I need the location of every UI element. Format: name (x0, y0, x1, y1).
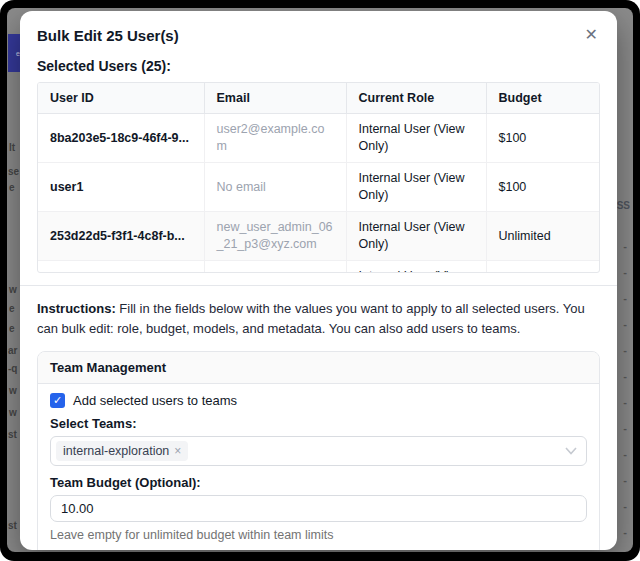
background-text-fragment: w (9, 284, 17, 295)
cell-user-id: 8ba203e5-18c9-46f4-9... (38, 114, 204, 163)
selected-team-tag-label: internal-exploration (63, 444, 169, 458)
instructions-label: Instructions: (37, 301, 116, 316)
selected-team-tag: internal-exploration × (56, 441, 188, 461)
cell-email: user2@example.com (204, 114, 346, 163)
team-management-section: Team Management ✓ Add selected users to … (37, 351, 600, 550)
background-text-fragment: e (9, 182, 15, 193)
screenshot-frame: e lt se e w e e ar -q w w st st SS - - -… (0, 0, 640, 561)
cell-budget: Unlimited (486, 261, 599, 274)
teams-multiselect[interactable]: internal-exploration × (50, 436, 587, 466)
background-dash: - (623, 318, 627, 330)
select-teams-label: Select Teams: (50, 416, 587, 431)
team-budget-input[interactable] (50, 495, 587, 522)
column-header-budget: Budget (486, 83, 599, 114)
background-dash: - (623, 448, 627, 460)
background-dash: - (623, 240, 627, 252)
cell-email: No email (204, 163, 346, 212)
table-row: user1 No email Internal User (View Only)… (38, 163, 599, 212)
section-divider (20, 285, 617, 286)
background-text-fragment: e (9, 323, 15, 334)
table-header-row: User ID Email Current Role Budget (38, 83, 599, 114)
selected-users-heading: Selected Users (25): (37, 58, 600, 74)
modal-title: Bulk Edit 25 User(s) (37, 27, 179, 45)
team-management-heading: Team Management (38, 352, 599, 384)
selected-users-table[interactable]: User ID Email Current Role Budget 8ba203… (37, 82, 600, 273)
background-text-fragment: ar (8, 345, 17, 356)
cell-role: Internal User (View Only) (346, 163, 486, 212)
table-row: 5dbd2335-cdd6-47ca-b... inter Internal U… (38, 261, 599, 274)
column-header-current-role: Current Role (346, 83, 486, 114)
budget-help-text: Leave empty for unlimited budget within … (50, 528, 587, 542)
checkmark-icon: ✓ (53, 395, 62, 406)
background-dash: - (623, 344, 627, 356)
team-budget-label: Team Budget (Optional): (50, 475, 587, 490)
instructions-text: Instructions: Fill in the fields below w… (37, 299, 600, 339)
close-icon[interactable]: ✕ (583, 27, 600, 43)
cell-budget: $100 (486, 114, 599, 163)
background-dash: - (623, 474, 627, 486)
cell-role: Internal User (View Only) (346, 261, 486, 274)
bulk-edit-modal: Bulk Edit 25 User(s) ✕ Selected Users (2… (20, 11, 617, 550)
background-text-fragment: -q (8, 363, 17, 374)
background-dash: - (623, 396, 627, 408)
chevron-down-icon[interactable] (565, 447, 577, 455)
column-header-email: Email (204, 83, 346, 114)
remove-tag-icon[interactable]: × (174, 445, 181, 457)
cell-email: inter (204, 261, 346, 274)
table-row: 253d22d5-f3f1-4c8f-b... new_user_admin_0… (38, 212, 599, 261)
cell-user-id: 253d22d5-f3f1-4c8f-b... (38, 212, 204, 261)
background-dash: - (623, 422, 627, 434)
background-text-fragment: st (8, 520, 17, 531)
background-text-fragment: st (8, 429, 17, 440)
column-header-user-id: User ID (38, 83, 204, 114)
cell-role: Internal User (View Only) (346, 212, 486, 261)
background-column-header-fragment: SS (617, 200, 630, 211)
cell-budget: $100 (486, 163, 599, 212)
background-dash: - (623, 526, 627, 538)
add-users-to-teams-checkbox[interactable]: ✓ (50, 393, 65, 408)
background-text-fragment: lt (9, 142, 15, 153)
background-text-fragment: e (9, 303, 15, 314)
background-text-fragment: w (9, 385, 17, 396)
background-dash: - (623, 292, 627, 304)
cell-budget: Unlimited (486, 212, 599, 261)
cell-role: Internal User (View Only) (346, 114, 486, 163)
background-dash: - (623, 266, 627, 278)
background-dash: - (623, 370, 627, 382)
background-dash: - (623, 500, 627, 512)
add-users-to-teams-label[interactable]: Add selected users to teams (73, 393, 237, 408)
table-row: 8ba203e5-18c9-46f4-9... user2@example.co… (38, 114, 599, 163)
instructions-body: Fill in the fields below with the values… (37, 301, 585, 336)
background-text-fragment: w (9, 407, 17, 418)
background-text-fragment: se (8, 166, 19, 177)
cell-user-id: 5dbd2335-cdd6-47ca-b... (38, 261, 204, 274)
cell-email: new_user_admin_06_21_p3@xyz.com (204, 212, 346, 261)
cell-user-id: user1 (38, 163, 204, 212)
